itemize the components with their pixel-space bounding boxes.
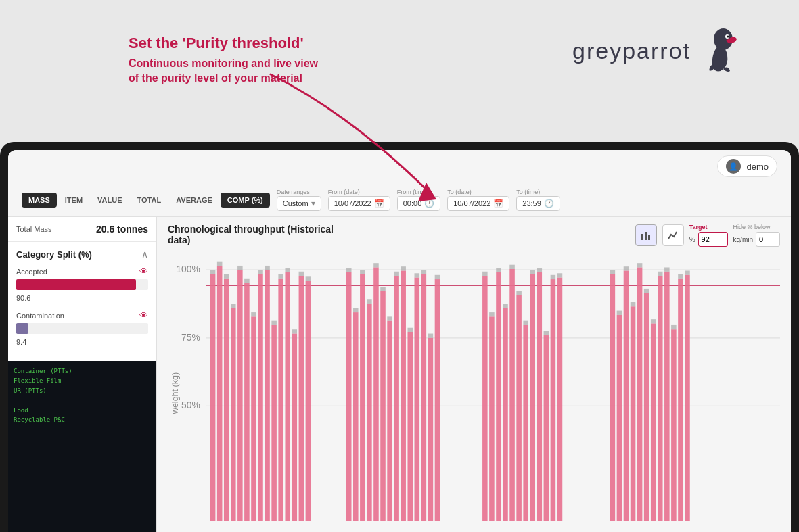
hide-value-input[interactable] bbox=[756, 232, 780, 247]
svg-rect-38 bbox=[285, 268, 290, 272]
svg-rect-4 bbox=[641, 234, 643, 240]
right-content: Chronological throughput (Historical dat… bbox=[157, 217, 791, 532]
dark-terminal-panel: Container (PTTs) Flexible Film UR (PTTs)… bbox=[8, 361, 156, 532]
date-ranges-field: Date ranges Custom ▾ bbox=[277, 189, 321, 211]
svg-rect-87 bbox=[530, 274, 535, 521]
svg-rect-100 bbox=[617, 311, 622, 315]
logo-area: greyparrot bbox=[572, 27, 738, 74]
tab-mass[interactable]: MASS bbox=[22, 193, 57, 208]
from-date-input[interactable]: 10/07/2022 📅 bbox=[328, 196, 390, 211]
svg-rect-83 bbox=[516, 295, 522, 521]
svg-rect-74 bbox=[482, 272, 488, 276]
total-mass-value: 20.6 tonnes bbox=[96, 224, 148, 235]
svg-rect-71 bbox=[435, 279, 440, 521]
svg-rect-44 bbox=[306, 276, 311, 281]
tab-item[interactable]: ITEM bbox=[58, 193, 89, 208]
svg-rect-57 bbox=[387, 321, 392, 521]
svg-rect-61 bbox=[401, 271, 406, 521]
svg-rect-66 bbox=[415, 273, 420, 277]
collapse-button[interactable]: ∧ bbox=[141, 249, 148, 260]
svg-rect-20 bbox=[224, 274, 229, 279]
svg-rect-58 bbox=[387, 316, 392, 320]
svg-rect-75 bbox=[489, 316, 495, 521]
tab-average[interactable]: AVERAGE bbox=[169, 193, 219, 208]
date-ranges-input[interactable]: Custom ▾ bbox=[277, 196, 321, 211]
svg-rect-64 bbox=[407, 328, 413, 332]
svg-rect-120 bbox=[685, 271, 690, 275]
contamination-eye-icon[interactable]: 👁 bbox=[139, 310, 148, 320]
svg-rect-39 bbox=[292, 334, 298, 521]
user-badge[interactable]: 👤 demo bbox=[717, 155, 777, 177]
svg-rect-88 bbox=[530, 270, 535, 274]
terminal-line-5: Food bbox=[14, 406, 151, 415]
filter-bar: MASS ITEM VALUE TOTAL AVERAGE COMP (%) D… bbox=[8, 183, 791, 217]
svg-rect-21 bbox=[231, 308, 236, 521]
svg-rect-16 bbox=[210, 270, 216, 274]
from-date-label: From (date) bbox=[328, 189, 390, 195]
bar-group-3 bbox=[482, 265, 562, 521]
tab-value[interactable]: VALUE bbox=[91, 193, 129, 208]
svg-rect-93 bbox=[551, 279, 556, 521]
svg-rect-106 bbox=[637, 263, 643, 267]
logo-bird-icon bbox=[698, 27, 738, 74]
svg-rect-86 bbox=[523, 321, 528, 325]
svg-rect-60 bbox=[394, 272, 399, 276]
svg-rect-84 bbox=[516, 291, 522, 295]
svg-rect-105 bbox=[637, 267, 643, 521]
top-bar: 👤 demo bbox=[8, 150, 791, 183]
to-date-value: 10/07/2022 bbox=[453, 199, 490, 208]
target-label: Target bbox=[689, 224, 728, 231]
total-mass-label: Total Mass bbox=[16, 225, 52, 233]
from-time-input[interactable]: 00:00 🕐 bbox=[397, 196, 441, 211]
terminal-line-4 bbox=[14, 395, 151, 405]
accepted-value: 90.6 bbox=[16, 294, 30, 302]
svg-rect-108 bbox=[644, 289, 649, 293]
svg-rect-23 bbox=[237, 270, 243, 521]
accepted-header: Accepted 👁 bbox=[16, 266, 148, 276]
svg-rect-36 bbox=[278, 274, 283, 279]
svg-rect-95 bbox=[557, 278, 563, 521]
chart-header: Chronological throughput (Historical dat… bbox=[157, 217, 791, 252]
svg-text:75%: 75% bbox=[181, 332, 200, 343]
svg-rect-101 bbox=[624, 271, 629, 521]
svg-rect-51 bbox=[367, 304, 372, 521]
svg-rect-35 bbox=[278, 279, 283, 521]
hide-unit: kg/min bbox=[733, 236, 753, 243]
chart-svg: 100% 75% 50% weight (kg) bbox=[168, 252, 780, 532]
svg-rect-99 bbox=[617, 315, 622, 521]
annotation-block: Set the 'Purity threshold' Continuous mo… bbox=[129, 34, 318, 86]
accepted-eye-icon[interactable]: 👁 bbox=[139, 266, 148, 276]
svg-rect-63 bbox=[407, 332, 413, 521]
svg-rect-94 bbox=[551, 275, 556, 279]
svg-rect-90 bbox=[537, 268, 543, 272]
terminal-line-2: Flexible Film bbox=[14, 376, 151, 385]
line-chart-button[interactable] bbox=[662, 224, 684, 246]
chart-title-line2: data) bbox=[168, 235, 334, 245]
to-date-label: To (date) bbox=[447, 189, 509, 195]
svg-rect-34 bbox=[271, 321, 277, 325]
from-date-field: From (date) 10/07/2022 📅 bbox=[328, 189, 390, 211]
hide-row: kg/min bbox=[733, 232, 780, 247]
svg-rect-96 bbox=[557, 273, 563, 277]
terminal-line-6: Recyclable P&C bbox=[14, 415, 151, 425]
svg-rect-53 bbox=[373, 267, 379, 521]
accepted-bar bbox=[16, 279, 148, 290]
svg-rect-43 bbox=[306, 281, 311, 521]
target-value-input[interactable] bbox=[698, 232, 728, 247]
svg-rect-46 bbox=[346, 268, 352, 272]
bar-chart-button[interactable] bbox=[635, 224, 657, 246]
tab-comp[interactable]: COMP (%) bbox=[221, 193, 270, 208]
to-date-input[interactable]: 10/07/2022 📅 bbox=[447, 196, 509, 211]
to-time-input[interactable]: 23:59 🕐 bbox=[516, 196, 560, 211]
contamination-value: 9.4 bbox=[16, 338, 26, 346]
svg-rect-49 bbox=[360, 274, 365, 521]
chart-controls: Target % Hide % below kg/min bbox=[635, 224, 780, 247]
svg-rect-5 bbox=[645, 232, 647, 240]
to-time-label: To (time) bbox=[516, 189, 560, 195]
svg-rect-112 bbox=[658, 272, 663, 276]
svg-rect-48 bbox=[353, 308, 359, 312]
bar-group-2 bbox=[346, 263, 440, 521]
accepted-bar-fill bbox=[16, 279, 136, 290]
tab-total[interactable]: TOTAL bbox=[131, 193, 168, 208]
chart-area: 100% 75% 50% weight (kg) bbox=[157, 252, 791, 532]
